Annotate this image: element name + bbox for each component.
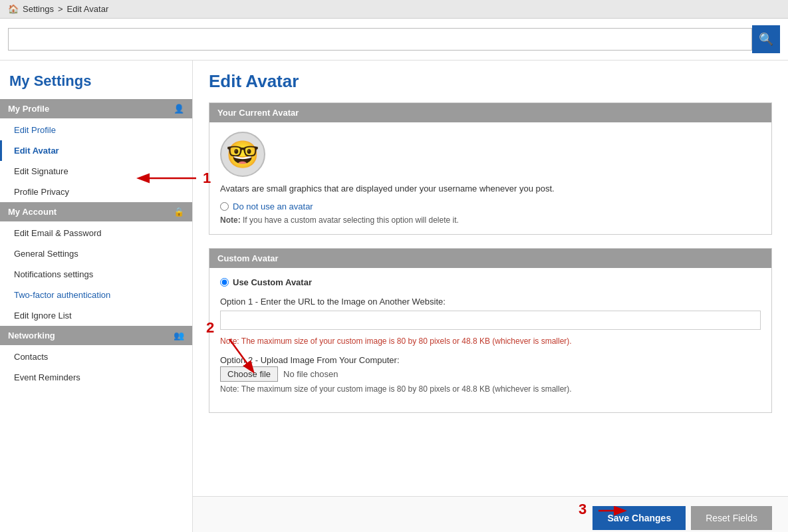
sidebar-section-label-my-account: My Account <box>8 207 57 217</box>
no-avatar-label[interactable]: Do not use an avatar <box>233 201 313 211</box>
sidebar-section-label-my-profile: My Profile <box>8 104 49 114</box>
sidebar-section-my-account: My Account 🔒 <box>0 202 192 221</box>
sidebar-item-profile-privacy[interactable]: Profile Privacy <box>0 182 192 202</box>
size-note-1: Note: The maximum size of your custom im… <box>220 336 761 346</box>
no-avatar-note: Note: If you have a custom avatar select… <box>220 215 761 225</box>
sidebar-item-edit-profile[interactable]: Edit Profile <box>0 120 192 140</box>
use-custom-radio[interactable] <box>220 278 229 287</box>
person-icon: 👤 <box>174 104 184 114</box>
option2-label: Option 2 - Upload Image From Your Comput… <box>220 355 761 365</box>
settings-crumb[interactable]: Settings <box>23 4 54 14</box>
no-avatar-row: Do not use an avatar <box>220 201 761 211</box>
choose-file-button[interactable]: Choose file <box>220 366 278 382</box>
search-icon: 🔍 <box>759 32 773 47</box>
choose-file-label: Choose file <box>220 369 278 379</box>
current-page-crumb: Edit Avatar <box>67 4 109 14</box>
avatar-description: Avatars are small graphics that are disp… <box>220 184 761 194</box>
main-layout: My Settings My Profile 👤 Edit Profile Ed… <box>0 61 788 532</box>
note-label: Note: <box>220 215 241 225</box>
action-bar: Save Changes Reset Fields <box>193 496 788 532</box>
sidebar: My Settings My Profile 👤 Edit Profile Ed… <box>0 61 193 532</box>
sidebar-item-notifications-settings[interactable]: Notifications settings <box>0 264 192 285</box>
no-avatar-radio[interactable] <box>220 202 229 211</box>
size-note-2: Note: The maximum size of your custom im… <box>220 384 761 394</box>
sidebar-section-label-networking: Networking <box>8 331 55 340</box>
search-input[interactable] <box>8 28 752 51</box>
save-button[interactable]: Save Changes <box>592 506 686 530</box>
reset-button[interactable]: Reset Fields <box>691 506 772 530</box>
lock-icon: 🔒 <box>174 207 184 217</box>
option1-label: Option 1 - Enter the URL to the Image on… <box>220 297 761 307</box>
sidebar-item-two-factor[interactable]: Two-factor authentication <box>0 285 192 305</box>
breadcrumb: 🏠 Settings > Edit Avatar <box>0 0 788 19</box>
sidebar-item-edit-avatar[interactable]: Edit Avatar <box>0 140 192 161</box>
network-icon: 👥 <box>174 331 184 340</box>
sidebar-section-my-profile: My Profile 👤 <box>0 99 192 118</box>
current-avatar-section: Your Current Avatar 🤓 Avatars are small … <box>209 102 772 235</box>
search-bar: 🔍 <box>0 19 788 61</box>
note-text-body: If you have a custom avatar selecting th… <box>243 215 459 225</box>
search-button[interactable]: 🔍 <box>752 25 780 53</box>
content-area: Edit Avatar Your Current Avatar 🤓 Avatar… <box>193 61 788 496</box>
avatar-icon: 🤓 <box>226 139 259 170</box>
home-icon: 🏠 <box>8 4 19 14</box>
sidebar-item-edit-signature[interactable]: Edit Signature <box>0 161 192 182</box>
custom-avatar-header: Custom Avatar <box>209 249 771 268</box>
breadcrumb-separator: > <box>58 4 63 14</box>
sidebar-item-contacts[interactable]: Contacts <box>0 346 192 367</box>
sidebar-item-event-reminders[interactable]: Event Reminders <box>0 367 192 388</box>
custom-avatar-section: Custom Avatar Use Custom Avatar Option 1… <box>209 248 772 413</box>
file-upload-row: Choose file No file chosen <box>220 369 761 379</box>
current-avatar-header: Your Current Avatar <box>209 103 771 122</box>
avatar-display: 🤓 <box>220 132 265 177</box>
current-avatar-body: 🤓 Avatars are small graphics that are di… <box>209 122 771 234</box>
page-title: Edit Avatar <box>209 71 772 92</box>
use-custom-label[interactable]: Use Custom Avatar <box>233 277 312 287</box>
use-custom-row: Use Custom Avatar <box>220 277 761 287</box>
sidebar-item-general-settings[interactable]: General Settings <box>0 243 192 264</box>
sidebar-section-networking: Networking 👥 <box>0 326 192 345</box>
sidebar-item-edit-ignore-list[interactable]: Edit Ignore List <box>0 305 192 326</box>
no-file-text: No file chosen <box>283 369 338 379</box>
sidebar-title: My Settings <box>0 67 192 99</box>
sidebar-item-edit-email-password[interactable]: Edit Email & Password <box>0 223 192 243</box>
custom-avatar-body: Use Custom Avatar Option 1 - Enter the U… <box>209 268 771 412</box>
url-input[interactable] <box>220 311 761 330</box>
